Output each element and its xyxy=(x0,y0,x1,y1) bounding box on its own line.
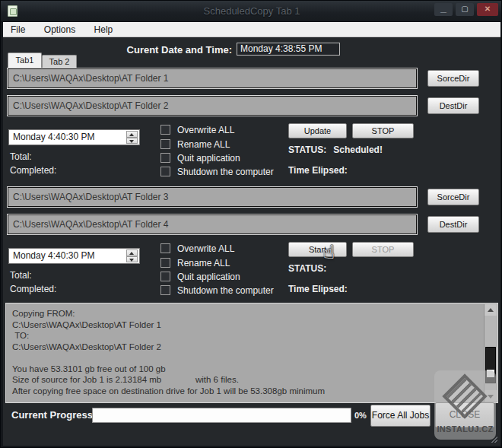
job2-source-dir-button[interactable]: SorceDir xyxy=(427,189,479,205)
job1-source-path-field[interactable]: C:\Users\WAQAx\Desktop\AT Folder 1 xyxy=(7,68,418,89)
progress-percent: 0% xyxy=(354,411,367,420)
job1-schedule-time-spinner[interactable]: Monday 4:40:30 PM xyxy=(8,129,140,145)
job1-spinner-buttons xyxy=(126,131,138,144)
checkbox-label: Overwrite ALL xyxy=(177,125,234,135)
checkbox-icon[interactable] xyxy=(160,258,170,268)
job1-checkbox-overwrite[interactable]: Overwrite ALL xyxy=(160,122,234,133)
job1-dest-dir-button[interactable]: DestDir xyxy=(427,97,479,114)
spin-up-icon[interactable] xyxy=(126,131,138,138)
checkbox-icon[interactable] xyxy=(160,125,170,135)
job1-total-label: Total: xyxy=(10,151,32,162)
instaluj-watermark-text: INSTALUJ.CZ xyxy=(434,424,496,434)
checkbox-label: Rename ALL xyxy=(177,258,230,268)
force-all-jobs-button[interactable]: Force All Jobs xyxy=(370,405,431,427)
spin-down-icon[interactable] xyxy=(126,256,138,263)
app-window: ScheduledCopy Tab 1 File Options Help Cu… xyxy=(0,0,502,448)
close-window-button[interactable] xyxy=(477,3,498,16)
checkbox-label: Shutdown the computer xyxy=(177,167,274,177)
checkbox-icon[interactable] xyxy=(160,243,170,253)
job1-time-elapsed-label: Time Elipsed: xyxy=(288,165,348,176)
hand-cursor-icon: ☝ xyxy=(323,241,335,263)
job1-schedule-time-value: Monday 4:40:30 PM xyxy=(13,132,94,142)
spin-down-icon[interactable] xyxy=(126,138,138,145)
job2-status-row: STATUS: xyxy=(288,263,333,274)
checkbox-label: Rename ALL xyxy=(177,139,230,150)
job1-checkbox-rename[interactable]: Rename ALL xyxy=(160,137,230,148)
checkbox-label: Overwrite ALL xyxy=(177,243,234,254)
log-textarea[interactable]: Copying FROM: C:\Users\WAQAx\Desktop\AT … xyxy=(5,303,498,403)
menu-file[interactable]: File xyxy=(3,22,33,37)
checkbox-label: Shutdown the computer xyxy=(177,285,274,296)
job1-status-row: STATUS:Scheduled! xyxy=(288,145,383,155)
instaluj-logo-icon xyxy=(442,373,487,418)
checkbox-label: Quit application xyxy=(177,153,240,164)
tab-2[interactable]: Tab 2 xyxy=(42,55,77,68)
title-bar: ScheduledCopy Tab 1 xyxy=(1,1,502,22)
job2-checkbox-rename[interactable]: Rename ALL xyxy=(160,256,230,266)
checkbox-icon[interactable] xyxy=(160,285,170,295)
checkbox-icon[interactable] xyxy=(160,139,170,149)
menu-bar: File Options Help xyxy=(3,22,500,37)
job2-total-label: Total: xyxy=(10,270,32,281)
job2-stop-button: STOP xyxy=(352,242,414,257)
job2-source-path-field[interactable]: C:\Users\WAQAx\Desktop\AT Folder 3 xyxy=(7,186,418,208)
tab-1[interactable]: Tab1 xyxy=(8,52,42,68)
job2-checkbox-shutdown[interactable]: Shutdown the computer xyxy=(160,283,274,294)
job2-schedule-time-value: Monday 4:40:30 PM xyxy=(13,250,94,261)
job1-update-button[interactable]: Update xyxy=(288,123,347,138)
datetime-value-field[interactable]: Monday 4:38:55 PM xyxy=(237,43,340,56)
job-panel-2: C:\Users\WAQAx\Desktop\AT Folder 3 Sorce… xyxy=(3,186,500,302)
log-text: Copying FROM: C:\Users\WAQAx\Desktop\AT … xyxy=(6,306,482,402)
job2-status-label: STATUS: xyxy=(288,263,326,274)
current-progress-label: Current Progress xyxy=(11,409,93,421)
checkbox-icon[interactable] xyxy=(160,153,170,163)
menu-options[interactable]: Options xyxy=(37,22,83,37)
checkbox-label: Quit application xyxy=(177,272,240,282)
job1-checkbox-shutdown[interactable]: Shutdown the computer xyxy=(160,164,274,175)
menu-help[interactable]: Help xyxy=(87,22,121,37)
job2-start-button[interactable]: Start xyxy=(288,242,347,257)
job1-status-value: Scheduled! xyxy=(333,145,383,155)
window-title: ScheduledCopy Tab 1 xyxy=(1,5,502,17)
job1-dest-path-field[interactable]: C:\Users\WAQAx\Desktop\AT Folder 2 xyxy=(7,95,418,116)
job-panel-1: C:\Users\WAQAx\Desktop\AT Folder 1 Sorce… xyxy=(3,68,500,183)
minimize-button[interactable] xyxy=(434,3,453,16)
job1-completed-label: Completed: xyxy=(10,165,56,176)
progress-bar xyxy=(92,408,351,423)
maximize-button[interactable] xyxy=(456,3,474,16)
job1-checkbox-quit[interactable]: Quit application xyxy=(160,151,240,161)
job2-checkbox-quit[interactable]: Quit application xyxy=(160,269,240,280)
job2-dest-dir-button[interactable]: DestDir xyxy=(427,216,479,233)
checkbox-icon[interactable] xyxy=(160,167,170,176)
job2-spinner-buttons xyxy=(126,249,138,262)
job2-checkbox-overwrite[interactable]: Overwrite ALL xyxy=(160,241,234,252)
job1-source-dir-button[interactable]: SorceDir xyxy=(427,70,479,87)
instaluj-watermark: INSTALUJ.CZ xyxy=(434,370,496,440)
job1-stop-button[interactable]: STOP xyxy=(352,123,414,138)
job2-dest-path-field[interactable]: C:\Users\WAQAx\Desktop\AT Folder 4 xyxy=(7,214,418,235)
job2-schedule-time-spinner[interactable]: Monday 4:40:30 PM xyxy=(8,248,140,264)
job2-completed-label: Completed: xyxy=(10,284,56,294)
scroll-up-icon[interactable] xyxy=(485,304,497,316)
checkbox-icon[interactable] xyxy=(160,272,170,281)
spin-up-icon[interactable] xyxy=(126,249,138,256)
job2-time-elapsed-label: Time Elipsed: xyxy=(288,284,348,294)
job1-status-label: STATUS: xyxy=(288,145,326,155)
client-area: Curent Date and Time: Monday 4:38:55 PM … xyxy=(3,37,500,446)
